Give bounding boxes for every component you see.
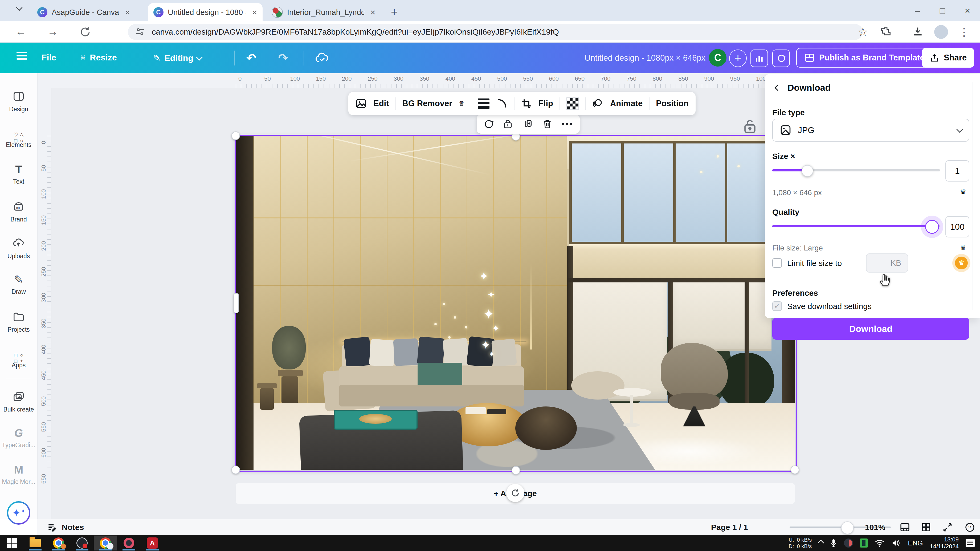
lock-icon[interactable] [503, 119, 513, 129]
selection-handle-left-middle[interactable] [234, 293, 239, 313]
notification-center-icon[interactable] [966, 539, 975, 547]
editing-menu[interactable]: ✎ Editing [153, 53, 202, 64]
page-indicator[interactable]: Page 1 / 1 [711, 523, 748, 532]
redo-button[interactable]: ↷ [278, 51, 288, 65]
sidebar-item-design[interactable]: Design [0, 89, 37, 113]
grid-view-icon[interactable] [921, 522, 932, 533]
sidebar-item-elements[interactable]: ♡△□○ Elements [0, 126, 37, 149]
browser-tab-2-active[interactable]: C Untitled design - 1080 × 646px × [148, 3, 262, 21]
language-indicator[interactable]: ENG [908, 539, 923, 547]
transparency-icon[interactable] [566, 97, 579, 110]
animate-label[interactable]: Animate [610, 99, 643, 108]
chrome-active-icon[interactable] [94, 535, 117, 551]
account-avatar[interactable]: C [709, 49, 727, 67]
minimize-button[interactable]: – [905, 0, 930, 21]
forward-icon[interactable]: → [48, 25, 58, 38]
sidebar-item-apps[interactable]: □○□+ Apps [0, 346, 37, 369]
size-slider-handle[interactable] [802, 165, 813, 177]
design-page[interactable]: ✦ ✦ ✦ ✦ ✦ ✦ [236, 136, 795, 470]
curve-icon[interactable] [496, 98, 508, 110]
bg-remover-button[interactable]: BG Remover [402, 99, 452, 108]
bookmark-star-icon[interactable]: ☆ [858, 25, 868, 39]
close-window-button[interactable]: × [955, 0, 980, 21]
position-button[interactable]: Position [656, 99, 688, 108]
zoom-slider-handle[interactable] [841, 521, 854, 534]
animate-icon[interactable] [592, 98, 604, 110]
canva-assistant-button[interactable]: ✦✦ [7, 501, 30, 525]
sidebar-item-uploads[interactable]: Uploads [0, 236, 37, 260]
file-menu[interactable]: File [41, 53, 56, 62]
pages-view-icon[interactable] [900, 522, 910, 533]
tray-green-app-icon[interactable] [860, 538, 868, 548]
quality-slider-handle[interactable] [925, 220, 939, 234]
sidebar-item-bulk-create[interactable]: Bulk create [0, 389, 37, 413]
unlock-icon[interactable] [743, 118, 757, 134]
sidebar-item-draw[interactable]: ✎ Draw [0, 273, 37, 295]
selection-handle-bottom-center[interactable] [512, 466, 520, 475]
save-settings-checkbox[interactable]: ✓ [772, 301, 782, 311]
microphone-icon[interactable] [830, 538, 837, 548]
tab-close-icon[interactable]: × [252, 7, 257, 17]
tray-expand-icon[interactable] [819, 539, 823, 547]
document-title[interactable]: Untitled design - 1080px × 646px [584, 53, 699, 63]
browser-profile-avatar[interactable] [934, 25, 948, 39]
selection-handle-bottom-left[interactable] [231, 465, 240, 474]
extensions-icon[interactable] [880, 26, 892, 38]
maximize-button[interactable]: □ [930, 0, 955, 21]
downloads-icon[interactable] [912, 26, 924, 38]
fullscreen-icon[interactable] [942, 522, 953, 533]
browser-tab-1[interactable]: C AsapGuide - Canva × [32, 3, 144, 21]
duplicate-icon[interactable] [522, 119, 533, 129]
file-type-dropdown[interactable]: JPG [772, 119, 969, 141]
insights-icon[interactable] [751, 49, 768, 67]
cloud-saved-icon[interactable] [315, 51, 330, 64]
limit-file-size-checkbox[interactable] [772, 258, 782, 268]
undo-button[interactable]: ↶ [247, 51, 256, 65]
acrobat-icon[interactable]: A [141, 535, 164, 551]
tab-close-icon[interactable]: × [125, 7, 130, 17]
quality-value-input[interactable]: 100 [945, 216, 969, 237]
comments-icon[interactable] [772, 49, 790, 67]
zoom-percent[interactable]: 101% [865, 523, 886, 532]
sidebar-item-typegradient[interactable]: G TypeGradi... [0, 426, 37, 449]
sidebar-item-projects[interactable]: Projects [0, 310, 37, 333]
back-icon[interactable]: ← [16, 25, 26, 38]
selection-handle-top-left[interactable] [231, 132, 240, 140]
sidebar-item-text[interactable]: T Text [0, 163, 37, 185]
crop-icon[interactable] [521, 98, 532, 109]
notes-button[interactable]: Notes [47, 522, 84, 532]
wifi-icon[interactable] [875, 539, 885, 547]
browser-menu-icon[interactable]: ⋮ [959, 26, 969, 38]
volume-icon[interactable] [891, 539, 901, 547]
selection-handle-bottom-right[interactable] [791, 465, 799, 474]
url-bar[interactable]: canva.com/design/DAGWbkJP9RE/0MF6TaN17a8… [128, 24, 863, 40]
edit-image-icon[interactable] [355, 98, 367, 110]
rotate-handle[interactable] [506, 484, 524, 502]
panel-back-icon[interactable] [775, 84, 781, 91]
kb-limit-input[interactable]: KB [866, 253, 908, 273]
chrome-icon[interactable] [47, 535, 70, 551]
browser-tab-3[interactable]: Interior_Rumah_Lyndon_at_Nav × [266, 3, 381, 21]
file-explorer-icon[interactable] [24, 535, 47, 551]
sidebar-item-magic-morph[interactable]: M Magic Mor... [0, 463, 37, 486]
share-button[interactable]: Share [922, 48, 974, 68]
site-settings-icon[interactable] [135, 27, 145, 37]
tab-close-icon[interactable]: × [370, 7, 375, 17]
size-value-input[interactable]: 1 [945, 160, 969, 181]
adjust-icon[interactable] [478, 97, 490, 110]
delete-icon[interactable] [542, 119, 552, 129]
sidebar-item-brand[interactable]: co Brand [0, 199, 37, 223]
new-tab-button[interactable]: + [391, 8, 398, 17]
add-member-button[interactable]: + [729, 49, 747, 67]
recorder-icon[interactable] [117, 535, 141, 551]
help-icon[interactable]: ? [964, 522, 975, 533]
edit-label[interactable]: Edit [373, 99, 389, 108]
publish-brand-template-button[interactable]: Publish as Brand Template [796, 48, 932, 68]
resize-menu[interactable]: ♛ Resize [80, 53, 117, 62]
start-button[interactable] [0, 535, 24, 551]
flip-button[interactable]: Flip [538, 99, 553, 108]
tab-search-icon[interactable] [16, 4, 22, 11]
panel-scrollbar[interactable] [972, 82, 973, 310]
tray-app-icon[interactable] [844, 538, 853, 548]
obs-icon[interactable] [70, 535, 94, 551]
